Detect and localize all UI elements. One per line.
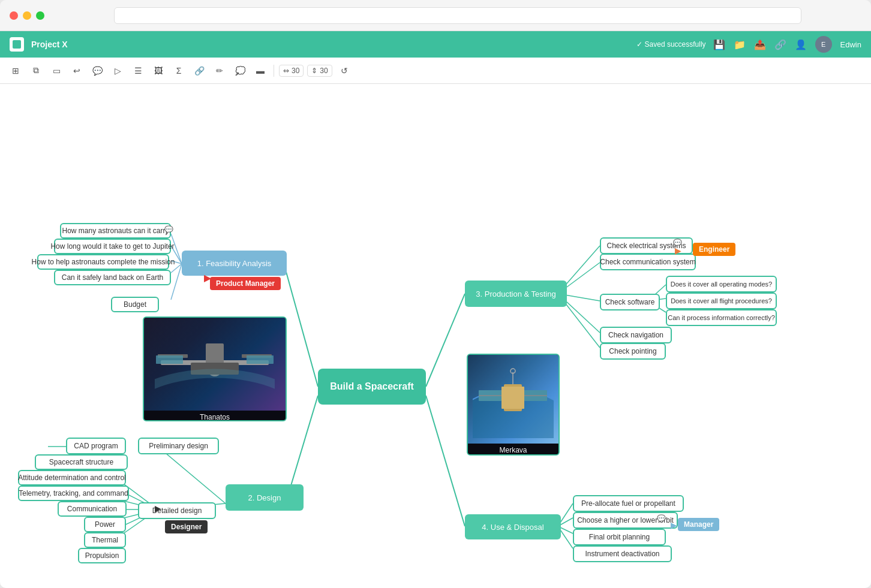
rect-icon[interactable]: ▭ xyxy=(48,62,65,79)
svg-line-3 xyxy=(426,396,465,526)
share-icon[interactable]: 🔗 xyxy=(774,39,786,50)
question-2[interactable]: How long would it take to get to Jupiter xyxy=(54,239,171,254)
merkava-label: Merkava xyxy=(468,444,558,456)
svg-line-9 xyxy=(158,447,226,503)
image-icon[interactable]: 🖼 xyxy=(150,62,167,79)
link-icon[interactable]: 🔗 xyxy=(191,62,208,79)
cad-program[interactable]: CAD program xyxy=(66,438,126,454)
refresh-icon[interactable]: ↺ xyxy=(336,62,353,79)
production-node[interactable]: 3. Production & Testing xyxy=(465,281,567,307)
save-icon[interactable]: 💾 xyxy=(713,39,725,50)
height-input[interactable]: ⇕ 30 xyxy=(307,65,332,77)
manager-badge[interactable]: Manager xyxy=(678,518,719,531)
export-icon[interactable]: 📤 xyxy=(754,39,766,50)
attitude-control[interactable]: Attitude determination and control xyxy=(18,470,126,486)
designer-badge[interactable]: Designer xyxy=(165,520,208,533)
toolbar: ⊞ ⧉ ▭ ↩ 💬 ▷ ☰ 🖼 Σ 🔗 ✏ 💭 ▬ ⇔ 30 ⇕ 30 ↺ xyxy=(0,58,871,84)
cursor-arrow-4: ▶ xyxy=(671,520,677,530)
spacecraft-structure[interactable]: Spacecraft structure xyxy=(35,454,128,470)
svg-line-0 xyxy=(286,270,318,387)
app-title: Project X xyxy=(31,40,68,49)
preliminary-design[interactable]: Preliminary design xyxy=(138,438,219,454)
merkava-image: Merkava xyxy=(467,354,560,456)
thanatos-image: Thanatos xyxy=(143,316,287,421)
address-bar[interactable] xyxy=(114,7,801,24)
saved-status: ✓ Saved successfully xyxy=(636,40,706,49)
connection-lines xyxy=(0,84,871,588)
final-orbit[interactable]: Final orbit planning xyxy=(573,529,666,545)
engineer-badge[interactable]: Engineer xyxy=(693,243,735,256)
maximize-button[interactable] xyxy=(36,11,44,20)
question-4[interactable]: Can it safely land back on Earth xyxy=(54,270,171,285)
svg-rect-37 xyxy=(156,355,183,364)
divider xyxy=(274,65,274,77)
comment-icon-2: 💬 xyxy=(657,514,666,523)
power[interactable]: Power xyxy=(84,517,126,532)
check-navigation[interactable]: Check navigation xyxy=(600,327,672,343)
callout-icon[interactable]: ▷ xyxy=(109,62,126,79)
app-logo xyxy=(10,37,24,52)
check-pointing[interactable]: Check pointing xyxy=(600,343,666,360)
header-icons: 💾 📁 📤 🔗 👤 E Edwin xyxy=(713,36,861,53)
path-icon[interactable]: ↩ xyxy=(68,62,85,79)
thermal[interactable]: Thermal xyxy=(84,532,126,548)
feasibility-node[interactable]: 1. Feasibility Analysis xyxy=(182,251,287,276)
operating-modes[interactable]: Does it cover all operating modes? xyxy=(666,276,777,293)
telemetry[interactable]: Telemetry, tracking, and command xyxy=(18,486,129,501)
instrument-deact[interactable]: Instrument deactivation xyxy=(573,545,672,562)
cursor-arrow-1: ▶ xyxy=(204,272,211,284)
check-software[interactable]: Check software xyxy=(600,294,660,310)
card-icon[interactable]: ▬ xyxy=(252,62,269,79)
traffic-lights xyxy=(10,11,44,20)
design-node[interactable]: 2. Design xyxy=(226,484,304,511)
pen-icon[interactable]: ✏ xyxy=(211,62,228,79)
check-communication[interactable]: Check communication system xyxy=(600,254,696,270)
flight-procedures[interactable]: Does it cover all flight procedures? xyxy=(666,293,777,309)
cursor-arrow-3: ▶ xyxy=(675,246,681,255)
avatar: E xyxy=(815,36,832,53)
detailed-design[interactable]: Detailed design xyxy=(138,502,216,519)
propulsion[interactable]: Propulsion xyxy=(78,548,126,563)
process-info[interactable]: Can it process information correctly? xyxy=(666,309,777,326)
thanatos-label: Thanatos xyxy=(144,411,286,421)
table-icon[interactable]: ⊞ xyxy=(7,62,24,79)
question-3[interactable]: How to help astronauts complete the miss… xyxy=(37,254,169,270)
communication[interactable]: Communication xyxy=(58,501,127,517)
cursor-arrow-2: ▶ xyxy=(155,503,161,513)
svg-rect-38 xyxy=(247,355,274,364)
disposal-node[interactable]: 4. Use & Disposal xyxy=(465,514,561,539)
center-node[interactable]: Build a Spacecraft xyxy=(318,369,426,405)
question-1[interactable]: How many astronauts can it carry xyxy=(60,223,171,239)
folder-icon[interactable]: 📁 xyxy=(734,39,746,50)
preallocate-fuel[interactable]: Pre-allocate fuel or propellant xyxy=(573,495,684,512)
width-input[interactable]: ⇔ 30 xyxy=(279,65,304,77)
comment-icon[interactable]: 💭 xyxy=(232,62,248,79)
close-button[interactable] xyxy=(10,11,18,20)
product-manager-badge[interactable]: Product Manager xyxy=(210,277,281,290)
app-header: Project X ✓ Saved successfully 💾 📁 📤 🔗 👤… xyxy=(0,31,871,58)
question-5[interactable]: Budget xyxy=(111,297,159,312)
bubble-icon[interactable]: 💬 xyxy=(89,62,106,79)
canvas: Build a Spacecraft 1. Feasibility Analys… xyxy=(0,84,871,588)
list-icon[interactable]: ☰ xyxy=(130,62,146,79)
title-bar xyxy=(0,0,871,31)
copy-icon[interactable]: ⧉ xyxy=(28,62,44,79)
user-add-icon[interactable]: 👤 xyxy=(795,39,807,50)
minimize-button[interactable] xyxy=(23,11,31,20)
user-name: Edwin xyxy=(840,40,861,49)
svg-point-39 xyxy=(155,373,275,403)
comment-icon-1: 💬 xyxy=(164,225,173,234)
svg-line-8 xyxy=(171,264,182,300)
comment-icon-3: 💬 xyxy=(673,239,682,247)
svg-line-2 xyxy=(426,294,465,387)
svg-rect-43 xyxy=(501,387,524,409)
formula-icon[interactable]: Σ xyxy=(170,62,187,79)
